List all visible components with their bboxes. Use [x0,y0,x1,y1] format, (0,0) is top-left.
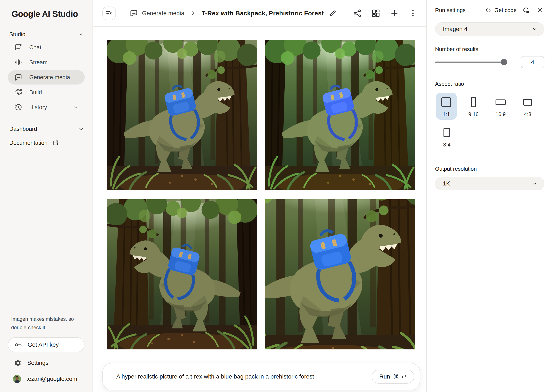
generated-image-1[interactable] [107,40,257,190]
imagen-disclaimer: Imagen makes mistakes, so double-check i… [11,315,81,332]
aspect-9-16-icon [471,97,476,107]
run-label: Run [379,373,390,380]
breadcrumb[interactable]: Generate media [129,9,184,18]
run-settings-panel: Run settings Get code Imagen 4 [426,0,552,392]
aspect-ratio-4-3[interactable]: 4:3 [517,93,538,120]
aspect-ratio-option-label: 9:16 [468,111,479,117]
chevron-down-icon [531,26,538,32]
chevron-down-icon [78,126,84,132]
generated-image-4[interactable] [265,199,415,350]
generated-images-grid [93,27,426,392]
get-code-button[interactable]: Get code [485,7,517,14]
model-select[interactable]: Imagen 4 [435,22,545,36]
google-ai-studio-logo[interactable]: Google AI Studio [0,0,92,19]
reset-settings-button[interactable] [521,6,531,15]
page-title: T-Rex with Backpack, Prehistoric Forest [202,10,324,17]
number-of-results-value[interactable]: 4 [521,56,545,68]
sidebar-item-documentation[interactable]: Documentation [9,136,84,150]
generated-image-2[interactable] [265,40,415,190]
aspect-ratio-option-label: 3:4 [443,142,451,148]
slider-thumb[interactable] [501,59,507,65]
sidebar-item-generate-media[interactable]: Generate media [8,70,85,84]
main-header: Generate media T-Rex with Backpack, Preh… [93,0,426,27]
generate-media-icon [129,9,138,18]
sidebar-item-history[interactable]: History [8,100,85,114]
stream-waveform-icon [14,58,22,67]
aspect-ratio-options: 1:1 9:16 16:9 4:3 [436,93,545,120]
sidebar: Google AI Studio Studio Chat Stream [0,0,93,392]
aspect-ratio-options-row-2: 3:4 [436,123,545,150]
aspect-ratio-9-16[interactable]: 9:16 [463,93,484,120]
key-icon [14,341,22,349]
sidebar-section-studio[interactable]: Studio [9,30,84,39]
number-of-results-slider[interactable] [435,59,507,66]
get-api-key-button[interactable]: Get API key [8,337,84,352]
cmd-key-icon: ⌘ [393,373,399,380]
share-button[interactable] [351,7,363,19]
collapse-menu-icon [105,9,113,17]
aspect-ratio-1-1[interactable]: 1:1 [436,93,457,120]
code-icon [485,7,492,14]
aspect-4-3-icon [523,99,532,105]
sidebar-item-build[interactable]: Build [8,85,85,99]
plus-icon [390,9,399,18]
sidebar-item-stream[interactable]: Stream [8,55,85,70]
output-resolution-select[interactable]: 1K [435,177,545,190]
sidebar-item-label: Stream [29,59,48,66]
sidebar-footer: Imagen makes mistakes, so double-check i… [0,315,92,392]
aspect-ratio-option-label: 16:9 [496,111,506,117]
reset-settings-icon [522,7,530,14]
kebab-menu-icon [408,9,418,18]
get-code-label: Get code [494,7,517,14]
get-api-key-label: Get API key [28,341,59,348]
breadcrumb-label: Generate media [142,10,184,17]
gear-icon [14,359,22,367]
generated-image-3[interactable] [107,199,257,350]
edit-pencil-icon[interactable] [329,9,337,17]
dashboard-label: Dashboard [9,126,37,132]
close-icon [536,7,543,14]
close-panel-button[interactable] [535,6,545,15]
sidebar-item-chat[interactable]: Chat [8,40,85,55]
aspect-ratio-option-label: 4:3 [524,111,531,117]
number-of-results-label: Number of results [435,46,545,52]
sidebar-item-dashboard[interactable]: Dashboard [9,122,84,136]
aspect-ratio-16-9[interactable]: 16:9 [490,93,511,120]
new-prompt-button[interactable] [388,7,400,19]
collapse-sidebar-button[interactable] [102,7,116,20]
logo-text: Google AI Studio [12,9,78,19]
google-ai-studio-app: Google AI Studio Studio Chat Stream [0,0,552,392]
run-settings-header: Run settings Get code [435,0,545,20]
main-content: Generate media T-Rex with Backpack, Preh… [93,0,426,392]
sidebar-item-label: Generate media [29,74,70,81]
run-button[interactable]: Run ⌘ [372,370,414,384]
aspect-3-4-icon [443,128,450,137]
account-button[interactable]: tezan@google.com [8,372,84,386]
slider-track[interactable] [435,62,507,63]
share-icon [353,9,362,18]
dashboard-view-button[interactable] [370,7,382,19]
model-value: Imagen 4 [443,26,531,32]
number-of-results-control: 4 [435,56,545,69]
output-resolution-value: 1K [443,180,531,187]
settings-button[interactable]: Settings [8,357,84,369]
aspect-ratio-3-4[interactable]: 3:4 [436,123,458,150]
dashboard-grid-icon [371,9,380,18]
chevron-up-icon [78,31,84,38]
header-actions [351,0,419,26]
sidebar-item-label: Chat [29,44,41,51]
more-options-button[interactable] [407,7,419,19]
prompt-input[interactable]: A hyper realistic picture of a t-rex wit… [116,373,372,380]
output-resolution-label: Output resolution [435,166,545,172]
studio-section-label: Studio [9,31,78,38]
sidebar-nav: Chat Stream Generate media Build [0,40,92,114]
run-settings-title: Run settings [435,7,485,14]
return-key-icon [400,373,407,380]
chevron-down-icon [531,180,538,187]
external-link-icon [52,140,59,146]
chevron-right-icon [189,10,197,17]
aspect-16-9-icon [496,99,506,105]
puzzle-icon [14,88,22,97]
history-icon [14,103,22,112]
sidebar-item-label: Build [29,89,42,96]
